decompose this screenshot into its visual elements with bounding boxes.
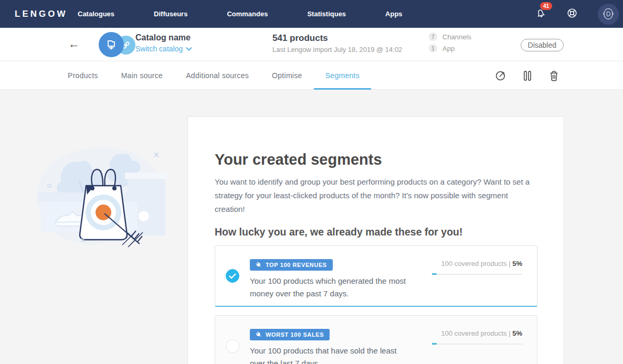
lifebuoy-icon: [566, 7, 578, 21]
nav-item-diffuseurs[interactable]: Diffuseurs: [154, 10, 187, 18]
segment-coverage: 100 covered products | 5%: [427, 260, 522, 267]
plug-icon: [255, 261, 263, 270]
segment-checkbox[interactable]: [226, 339, 239, 353]
status-disabled-button[interactable]: Disabled: [521, 39, 564, 51]
nav-item-statistiques[interactable]: Statistiques: [307, 10, 346, 18]
segment-checkbox[interactable]: [226, 269, 239, 283]
segment-badge: TOP 100 REVENUES: [250, 259, 333, 271]
notifications-button[interactable]: 41: [535, 7, 546, 21]
user-head-icon: D: [599, 5, 618, 24]
segment-coverage: 100 covered products | 5%: [427, 329, 522, 337]
catalog-icon-group: [99, 32, 136, 57]
nav-item-apps[interactable]: Apps: [385, 10, 403, 18]
chevron-down-icon: [186, 47, 192, 51]
last-import-date: Last Lengow import July 18, 2019 @ 14:02: [272, 46, 402, 53]
nav-item-commandes[interactable]: Commandes: [227, 10, 268, 18]
plug-icon: [255, 330, 263, 339]
pause-icon: [523, 70, 532, 81]
catalog-header: ← Catalog name Switch catalog 541 produc…: [0, 28, 623, 61]
back-button[interactable]: ←: [68, 37, 80, 51]
catalog-name: Catalog name: [135, 33, 192, 42]
app-count-badge: 1: [429, 44, 437, 52]
svg-text:D: D: [606, 10, 611, 18]
segments-illustration: [30, 136, 173, 252]
help-button[interactable]: [566, 7, 578, 21]
pause-button[interactable]: [523, 70, 532, 81]
notification-count-badge: 41: [540, 2, 552, 10]
lengow-logo: LENGOW: [15, 9, 78, 19]
user-avatar[interactable]: D: [598, 4, 619, 25]
catalog-source-icon: [99, 32, 124, 57]
segment-description: Your 100 products which generated the mo…: [250, 275, 407, 300]
top-navbar: LENGOW Catalogues Diffuseurs Commandes S…: [0, 0, 623, 28]
segments-panel: Your created segments You want to identi…: [187, 116, 564, 364]
segment-card-top-100-revenues[interactable]: TOP 100 REVENUES Your 100 products which…: [215, 245, 537, 307]
intro-text: You want to identify and group your best…: [215, 175, 535, 216]
segment-description: Your 100 products that have sold the lea…: [250, 345, 407, 364]
export-button[interactable]: [495, 70, 506, 81]
page-title: Your created segments: [215, 151, 537, 168]
catalog-tabbar: Products Main source Additional sources …: [0, 61, 623, 90]
products-count: 541 products: [272, 33, 402, 44]
delete-button[interactable]: [549, 70, 559, 81]
page-content: Your created segments You want to identi…: [0, 90, 623, 364]
switch-catalog-dropdown[interactable]: Switch catalog: [135, 45, 192, 53]
coverage-progress-bar: [432, 344, 522, 345]
coverage-progress-bar: [432, 274, 522, 275]
tab-products[interactable]: Products: [56, 61, 110, 89]
nav-item-catalogues[interactable]: Catalogues: [78, 10, 114, 18]
app-count-row: 1 App: [429, 44, 471, 52]
export-icon: [495, 70, 506, 81]
check-icon: [229, 273, 236, 279]
ready-made-subtitle: How lucky you are, we already made these…: [215, 225, 537, 239]
tab-main-source[interactable]: Main source: [110, 61, 175, 89]
tab-optimise[interactable]: Optimise: [260, 61, 314, 89]
shopping-bag-target-illustration: [30, 136, 173, 250]
tab-additional-sources[interactable]: Additional sources: [174, 61, 260, 89]
main-menu: Catalogues Diffuseurs Commandes Statisti…: [78, 10, 442, 18]
segment-card-worst-100-sales[interactable]: WORST 100 SALES Your 100 products that h…: [215, 315, 537, 364]
tab-segments[interactable]: Segments: [314, 61, 371, 89]
trash-icon: [549, 70, 559, 81]
channels-count-row: 7 Channels: [429, 33, 471, 41]
channels-count-badge: 7: [429, 33, 437, 41]
segment-badge: WORST 100 SALES: [250, 329, 330, 340]
